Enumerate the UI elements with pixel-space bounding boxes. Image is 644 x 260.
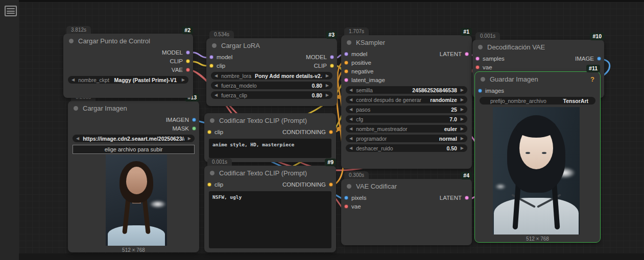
clip-input-port[interactable] — [207, 183, 211, 187]
next-arrow-icon[interactable]: ▶ — [461, 137, 464, 141]
prev-arrow-icon[interactable]: ◀ — [349, 88, 352, 92]
ckpt-name-widget[interactable]: ◀ nombre_ckpt Maggy (Pastel Prime)-V1 ▶ — [68, 76, 188, 84]
next-arrow-icon[interactable]: ▶ — [461, 146, 464, 150]
images-input-port[interactable] — [478, 89, 482, 93]
latent-output-port[interactable] — [465, 52, 469, 56]
collapse-dot-icon[interactable] — [210, 118, 214, 123]
samples-input-port[interactable] — [475, 57, 480, 61]
collapse-dot-icon[interactable] — [481, 77, 485, 82]
image-output-port[interactable] — [597, 57, 601, 61]
node-title-bar[interactable]: Cargar Imagen — [68, 101, 199, 115]
node-load-checkpoint[interactable]: 3.812s #2 Cargar Punto de Control MODEL … — [63, 34, 193, 98]
node-title-bar[interactable]: VAE Codificar — [341, 179, 472, 193]
vae-input-port[interactable] — [475, 65, 480, 69]
prev-arrow-icon[interactable]: ◀ — [349, 117, 352, 121]
image-output-port[interactable] — [192, 118, 196, 122]
scheduler-widget[interactable]: ◀ programador normal ▶ — [346, 135, 467, 142]
conditioning-output-port[interactable] — [329, 130, 333, 134]
prev-arrow-icon[interactable]: ◀ — [349, 108, 352, 112]
link-model-ckpt-lora — [193, 53, 207, 58]
next-arrow-icon[interactable]: ▶ — [326, 84, 329, 88]
denoise-widget[interactable]: ◀ deshacer_ruido 0.50 ▶ — [346, 144, 467, 152]
node-clip-encode-positive[interactable]: Codificar Texto CLIP (Prompt) clip CONDI… — [204, 113, 336, 162]
prompt-textarea[interactable]: anime style, HD, masterpiece — [209, 139, 331, 158]
image-url-widget[interactable]: ◀ https://image.cdn2.seaart.me/20250623/… — [73, 135, 195, 142]
model-input-port[interactable] — [209, 55, 213, 59]
next-arrow-icon[interactable]: ▶ — [461, 98, 464, 102]
clip-output-port[interactable] — [186, 59, 190, 63]
node-title-bar[interactable]: Decodificación VAE — [472, 40, 604, 54]
prompt-textarea[interactable]: NSFW, ugly — [209, 191, 331, 248]
control-after-generate-widget[interactable]: ◀ control después de generar randomize ▶ — [346, 96, 467, 103]
next-arrow-icon[interactable]: ▶ — [461, 88, 464, 92]
clip-input-port[interactable] — [209, 64, 213, 68]
node-save-image[interactable]: #11 Guardar Imagen ? images prefijo_nomb… — [475, 72, 600, 242]
node-load-lora[interactable]: 0.534s #3 Cargar LoRA model MODEL clip C… — [206, 38, 337, 106]
collapse-dot-icon[interactable] — [74, 106, 78, 111]
prev-arrow-icon[interactable]: ◀ — [76, 137, 79, 141]
next-arrow-icon[interactable]: ▶ — [326, 93, 329, 97]
prev-arrow-icon[interactable]: ◀ — [214, 74, 218, 78]
widget-value: 245862526846538 — [376, 87, 457, 93]
collapse-dot-icon[interactable] — [347, 184, 351, 189]
next-arrow-icon[interactable]: ▶ — [188, 137, 191, 141]
next-arrow-icon[interactable]: ▶ — [182, 78, 185, 82]
mask-output-port[interactable] — [192, 126, 196, 131]
collapse-dot-icon[interactable] — [212, 43, 217, 48]
comfyui-workspace: 0.200s #13 Cargar Imagen IMAGEN MASK ◀ h… — [0, 0, 644, 260]
pixels-input-port[interactable] — [344, 196, 348, 200]
output-image-preview[interactable] — [493, 107, 580, 235]
model-output-port[interactable] — [330, 55, 334, 59]
sampler-name-widget[interactable]: ◀ nombre_muestreador euler ▶ — [346, 125, 467, 133]
steps-widget[interactable]: ◀ pasos 25 ▶ — [346, 106, 467, 113]
positive-input-port[interactable] — [344, 61, 348, 65]
node-ksampler[interactable]: 1.707s #1 KSampler model LATENT positive… — [341, 35, 472, 169]
node-title-bar[interactable]: Cargar Punto de Control — [63, 34, 193, 48]
node-title-bar[interactable]: Guardar Imagen ? — [475, 72, 600, 86]
clip-input-port[interactable] — [207, 130, 211, 134]
model-input-port[interactable] — [344, 52, 348, 56]
node-clip-encode-negative[interactable]: 0.001s #9 Codificar Texto CLIP (Prompt) … — [204, 166, 336, 252]
workflow-panel-icon[interactable] — [5, 6, 17, 16]
node-load-image[interactable]: 0.200s #13 Cargar Imagen IMAGEN MASK ◀ h… — [68, 101, 199, 252]
collapse-dot-icon[interactable] — [478, 45, 483, 49]
vae-output-port[interactable] — [186, 68, 190, 72]
input-image-preview[interactable] — [106, 154, 167, 246]
cfg-widget[interactable]: ◀ cfg 7.0 ▶ — [346, 115, 467, 123]
latent-image-input-port[interactable] — [344, 78, 348, 82]
node-title-bar[interactable]: KSampler — [341, 35, 472, 49]
port-row: VAE — [63, 65, 193, 74]
upload-image-button[interactable]: elige archivo para subir — [73, 145, 195, 154]
node-vae-encode[interactable]: 0.300s #4 VAE Codificar pixels LATENT va… — [341, 179, 472, 245]
port-row: MODEL — [63, 48, 193, 57]
lora-name-widget[interactable]: ◀ nombre_lora Pony Add more details-v2.0… — [211, 72, 332, 80]
seed-widget[interactable]: ◀ semilla 245862526846538 ▶ — [346, 86, 467, 94]
help-icon[interactable]: ? — [590, 75, 594, 83]
collapse-dot-icon[interactable] — [347, 40, 351, 45]
next-arrow-icon[interactable]: ▶ — [461, 117, 464, 121]
filename-prefix-widget[interactable]: prefijo_nombre_archivo TensorArt — [480, 97, 595, 105]
negative-input-port[interactable] — [344, 69, 348, 73]
prev-arrow-icon[interactable]: ◀ — [349, 137, 352, 141]
collapse-dot-icon[interactable] — [69, 39, 74, 43]
node-title-bar[interactable]: Codificar Texto CLIP (Prompt) — [204, 166, 336, 180]
node-title-bar[interactable]: Codificar Texto CLIP (Prompt) — [204, 113, 336, 127]
prev-arrow-icon[interactable]: ◀ — [214, 93, 218, 97]
clip-output-port[interactable] — [330, 64, 334, 68]
prev-arrow-icon[interactable]: ◀ — [349, 98, 352, 102]
strength-clip-widget[interactable]: ◀ fuerza_clip 0.80 ▶ — [211, 91, 332, 99]
vae-input-port[interactable] — [344, 204, 348, 209]
latent-output-port[interactable] — [465, 196, 469, 200]
strength-model-widget[interactable]: ◀ fuerza_modelo 0.80 ▶ — [211, 82, 332, 89]
model-output-port[interactable] — [186, 50, 190, 55]
next-arrow-icon[interactable]: ▶ — [461, 108, 464, 112]
next-arrow-icon[interactable]: ▶ — [326, 74, 329, 78]
collapse-dot-icon[interactable] — [210, 171, 214, 175]
node-title-bar[interactable]: Cargar LoRA — [206, 38, 337, 53]
prev-arrow-icon[interactable]: ◀ — [349, 127, 352, 131]
next-arrow-icon[interactable]: ▶ — [461, 127, 464, 131]
prev-arrow-icon[interactable]: ◀ — [349, 146, 352, 150]
conditioning-output-port[interactable] — [329, 183, 333, 187]
prev-arrow-icon[interactable]: ◀ — [214, 84, 218, 88]
prev-arrow-icon[interactable]: ◀ — [71, 78, 75, 82]
